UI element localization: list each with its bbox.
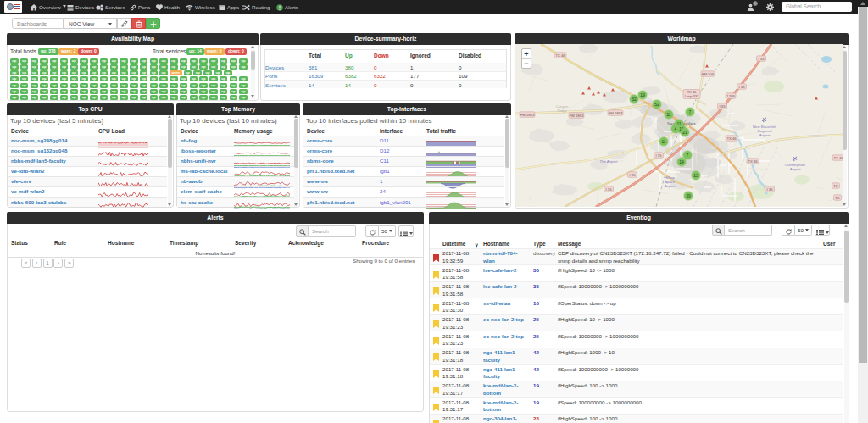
svg-text:19: 19 [640,92,645,97]
svg-text:I 35: I 35 [720,104,726,109]
svg-text:FM 1863: FM 1863 [570,114,584,118]
svg-text:I 35: I 35 [759,57,765,61]
svg-text:32: 32 [632,97,637,102]
svg-text:Ridge: Ridge [557,109,567,113]
svg-text:Loop 337: Loop 337 [685,94,699,98]
svg-text:21: 21 [682,130,687,135]
svg-text:52: 52 [654,102,659,107]
svg-text:7: 7 [689,109,692,114]
svg-text:11: 11 [661,139,665,144]
svg-text:13: 13 [693,173,698,178]
svg-text:TX 46: TX 46 [555,53,565,58]
svg-text:FM 1863: FM 1863 [609,111,623,115]
svg-text:TX: TX [835,196,840,200]
svg-text:Airport: Airport [760,133,771,137]
svg-text:I 35: I 35 [606,187,613,192]
svg-text:11: 11 [666,112,670,117]
svg-text:I 35: I 35 [739,85,746,89]
svg-text:TX: TX [833,184,838,188]
svg-text:TX 46: TX 46 [748,159,758,164]
svg-text:TX 46: TX 46 [726,136,737,141]
svg-text:FM 1863: FM 1863 [520,113,535,117]
svg-text:39: 39 [686,193,691,198]
svg-text:7: 7 [687,153,689,158]
svg-text:The Airport: The Airport [599,159,618,164]
svg-text:I 35: I 35 [767,187,774,192]
svg-text:I 35: I 35 [630,173,637,177]
svg-text:Airport: Airport [790,167,801,171]
svg-text:I 35: I 35 [656,153,663,158]
svg-text:1709: 1709 [726,94,735,98]
svg-text:Airport: Airport [665,184,676,188]
svg-text:TX 46: TX 46 [833,156,843,160]
svg-text:FM 306: FM 306 [702,72,715,76]
svg-text:14: 14 [679,159,684,164]
